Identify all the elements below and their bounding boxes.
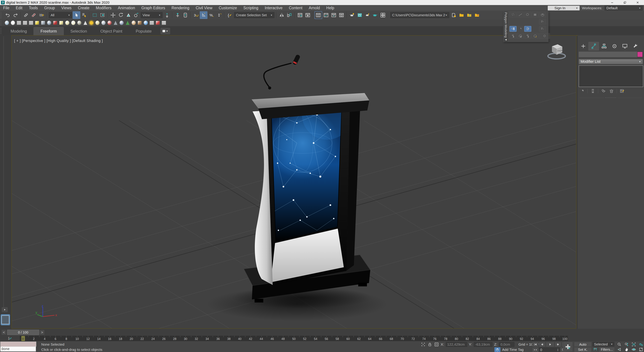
time-slider[interactable]: 0 / 100 bbox=[7, 330, 39, 335]
render-production-icon[interactable] bbox=[371, 11, 379, 19]
rect-light-icon[interactable] bbox=[58, 20, 64, 26]
workspace-dropdown[interactable]: Default ▼ bbox=[604, 6, 643, 11]
current-frame-field[interactable]: 0 ▲▼ bbox=[539, 347, 560, 352]
minimize-button[interactable] bbox=[606, 0, 618, 5]
select-and-rotate-icon[interactable] bbox=[117, 11, 124, 19]
dashed-selection-icon[interactable] bbox=[155, 20, 161, 26]
by-angle-button[interactable] bbox=[517, 33, 524, 39]
rectangular-selection-region-icon[interactable] bbox=[91, 11, 98, 19]
show-end-result-button[interactable] bbox=[589, 88, 596, 94]
make-unique-button[interactable] bbox=[600, 88, 607, 94]
collapse-arrow-icon[interactable]: ◀ bbox=[505, 38, 507, 41]
mini-curve-editor-button[interactable] bbox=[8, 336, 15, 341]
mirror-icon[interactable] bbox=[278, 11, 286, 19]
menu-file[interactable]: File bbox=[0, 5, 12, 11]
window-columns-icon[interactable] bbox=[28, 20, 34, 26]
reference-folder-icon[interactable] bbox=[466, 11, 473, 19]
x-coordinate-field[interactable]: 122,429cm bbox=[446, 342, 467, 347]
next-frame-arrow[interactable]: > bbox=[40, 330, 44, 335]
ribbon-tab-populate[interactable]: Populate bbox=[129, 27, 158, 35]
close-button[interactable] bbox=[631, 0, 644, 5]
schematic-view-icon[interactable] bbox=[330, 11, 338, 19]
keyboard-shortcut-override-icon[interactable] bbox=[182, 11, 189, 19]
z-coordinate-field[interactable]: 0,0cm bbox=[499, 342, 514, 347]
menu-edit[interactable]: Edit bbox=[12, 5, 26, 11]
key-mode-toggle[interactable] bbox=[532, 347, 538, 352]
collapse-stack-up-button[interactable] bbox=[539, 19, 546, 25]
previous-frame-arrow[interactable]: < bbox=[1, 330, 6, 335]
snap-toggle-3d-icon[interactable]: 3 bbox=[192, 11, 200, 19]
viewcube[interactable]: FRONT bbox=[546, 42, 568, 62]
render-window-icon[interactable] bbox=[16, 20, 22, 26]
play-button[interactable] bbox=[546, 342, 554, 347]
configure-modifier-sets-button[interactable] bbox=[618, 88, 626, 94]
select-and-move-icon[interactable] bbox=[109, 11, 117, 19]
angle-snap-toggle-icon[interactable] bbox=[200, 11, 208, 19]
border-mode-button[interactable] bbox=[524, 12, 531, 18]
field-of-view-button[interactable] bbox=[616, 347, 623, 352]
vertex-mode-button[interactable] bbox=[510, 12, 516, 18]
perspective-viewport[interactable]: [ + ] [Perspective ] [High Quality ] [De… bbox=[12, 35, 576, 329]
zoom-extents-all-button[interactable] bbox=[638, 342, 644, 347]
modifier-list-dropdown[interactable]: Modifier List ▼ bbox=[579, 59, 643, 64]
go-to-start-button[interactable] bbox=[532, 342, 538, 347]
collapse-stack-down-button[interactable] bbox=[539, 26, 546, 32]
asset-tracking-icon[interactable] bbox=[450, 11, 458, 19]
grass-icon[interactable] bbox=[124, 20, 131, 26]
bind-to-space-warp-icon[interactable] bbox=[38, 11, 45, 19]
teapot-primitive-icon[interactable] bbox=[4, 20, 10, 26]
render-setup-icon[interactable] bbox=[348, 11, 356, 19]
clapper-icon[interactable] bbox=[52, 20, 58, 26]
command-tab-display[interactable] bbox=[620, 42, 630, 50]
align-icon[interactable] bbox=[286, 11, 293, 19]
toolbar-grip[interactable] bbox=[1, 20, 3, 25]
sign-in-button[interactable]: Sign In ▼ bbox=[548, 6, 580, 11]
toolbar-grip[interactable] bbox=[1, 12, 3, 19]
command-tab-modify[interactable] bbox=[588, 42, 599, 50]
menu-graph-editors[interactable]: Graph Editors bbox=[138, 5, 168, 11]
select-and-link-icon[interactable] bbox=[22, 11, 30, 19]
window-list-icon[interactable] bbox=[22, 20, 28, 26]
menu-rendering[interactable]: Rendering bbox=[168, 5, 192, 11]
open-project-folder-icon[interactable] bbox=[458, 11, 466, 19]
menu-arnold[interactable]: Arnold bbox=[306, 5, 323, 11]
object-name-field[interactable] bbox=[579, 52, 638, 57]
menu-scripting[interactable]: Scripting bbox=[240, 5, 262, 11]
menu-civil-view[interactable]: Civil View bbox=[192, 5, 216, 11]
select-and-manipulate-icon[interactable] bbox=[174, 11, 182, 19]
pin-project-folder-icon[interactable] bbox=[473, 11, 481, 19]
soft-selection-button[interactable] bbox=[539, 33, 550, 39]
menu-modifiers[interactable]: Modifiers bbox=[92, 5, 114, 11]
object-color-swatch[interactable] bbox=[637, 52, 643, 57]
zoom-all-button[interactable] bbox=[623, 342, 630, 347]
maximize-viewport-toggle-button[interactable] bbox=[638, 347, 644, 352]
by-vertex-button[interactable] bbox=[524, 33, 531, 39]
obx-map-icon[interactable] bbox=[137, 20, 143, 26]
shaded-face-toggle-button[interactable] bbox=[532, 33, 539, 39]
ribbon-tab-selection[interactable]: Selection bbox=[64, 27, 94, 35]
named-selection-sets-dropdown[interactable]: Create Selection Set▼ bbox=[234, 12, 274, 18]
selection-filter-dropdown[interactable]: All▼ bbox=[49, 12, 72, 18]
mesh-sphere-icon[interactable] bbox=[76, 20, 82, 26]
menu-animation[interactable]: Animation bbox=[115, 5, 138, 11]
edit-named-selection-sets-icon[interactable]: { bbox=[226, 11, 234, 19]
modifier-stack[interactable] bbox=[579, 66, 643, 87]
menu-create[interactable]: Create bbox=[75, 5, 92, 11]
menu-group[interactable]: Group bbox=[41, 5, 58, 11]
maxscript-mini-listener[interactable] bbox=[0, 341, 36, 347]
render-in-cloud-icon[interactable] bbox=[364, 11, 371, 19]
menu-interactive[interactable]: Interactive bbox=[262, 5, 286, 11]
tower-icon[interactable] bbox=[112, 20, 118, 26]
oval-light-icon[interactable] bbox=[70, 20, 76, 26]
filters-button[interactable]: Filters... bbox=[599, 347, 615, 352]
show-end-result-toggle-button[interactable] bbox=[510, 26, 516, 32]
camera-icon[interactable] bbox=[40, 20, 46, 26]
rendered-frame-window-icon[interactable] bbox=[356, 11, 364, 19]
sphere-light-icon[interactable] bbox=[94, 20, 100, 26]
absolute-mode-icon[interactable] bbox=[434, 342, 439, 347]
add-time-tag-label[interactable]: Add Time Tag bbox=[502, 348, 524, 352]
command-tab-create[interactable] bbox=[578, 42, 588, 50]
menu-views[interactable]: Views bbox=[58, 5, 75, 11]
percent-snap-toggle-icon[interactable]: % bbox=[208, 11, 215, 19]
ribbon-tab-modeling[interactable]: Modeling bbox=[4, 27, 34, 35]
